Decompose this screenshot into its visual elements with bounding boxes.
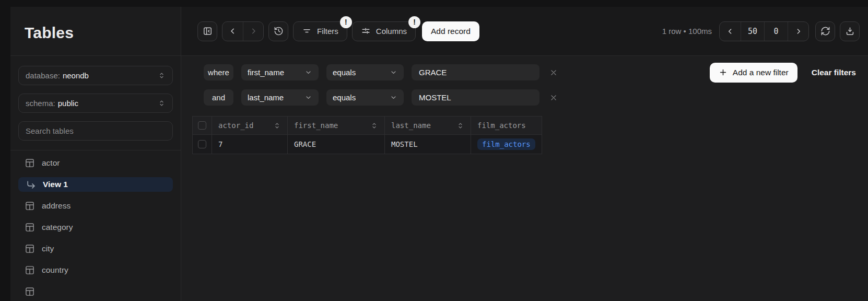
filter-value-input[interactable] bbox=[419, 93, 532, 102]
schema-select-value: public bbox=[58, 99, 78, 108]
toolbar: Filters ! Columns ! Add record 1 row • 1… bbox=[181, 7, 868, 56]
result-status: 1 row • 100ms bbox=[662, 27, 712, 36]
prev-page-button[interactable] bbox=[720, 22, 741, 41]
chevrons-up-down-icon bbox=[158, 99, 166, 107]
refresh-icon bbox=[820, 26, 830, 36]
data-grid: actor_id first_name last_n bbox=[192, 116, 542, 154]
forward-button[interactable] bbox=[243, 22, 263, 41]
filters-active-badge: ! bbox=[340, 16, 352, 28]
filters-block: where first_name equals bbox=[181, 56, 868, 116]
column-header-film-actors[interactable]: film_actors bbox=[471, 116, 542, 135]
row-checkbox[interactable] bbox=[198, 140, 206, 148]
collapse-sidebar-button[interactable] bbox=[197, 21, 217, 41]
filter-operator-value: equals bbox=[333, 93, 356, 102]
database-select-label: database: bbox=[26, 71, 60, 80]
filter-conjunction: where bbox=[204, 64, 233, 80]
search-tables-input[interactable] bbox=[26, 126, 166, 135]
select-all-checkbox[interactable] bbox=[198, 121, 206, 130]
filter-column-value: first_name bbox=[248, 68, 284, 77]
main-panel: Filters ! Columns ! Add record 1 row • 1… bbox=[181, 7, 868, 301]
refresh-button[interactable] bbox=[815, 21, 835, 41]
sidebar-item-country[interactable]: country bbox=[18, 263, 173, 277]
column-header-last-name[interactable]: last_name bbox=[385, 116, 471, 135]
filter-value-field bbox=[412, 89, 539, 106]
filter-conjunction: and bbox=[204, 89, 233, 106]
sidebar-item-label: category bbox=[42, 223, 73, 232]
row-select-cell bbox=[192, 135, 212, 154]
column-header-first-name[interactable]: first_name bbox=[288, 116, 385, 135]
filter-row-1: where first_name equals bbox=[204, 64, 856, 80]
query-history-button[interactable] bbox=[268, 21, 288, 41]
chevron-left-icon bbox=[228, 27, 237, 36]
table-row: 7 GRACE MOSTEL film_actors bbox=[192, 135, 542, 154]
filters-button[interactable]: Filters ! bbox=[293, 21, 347, 41]
page-title: Tables bbox=[10, 7, 181, 56]
filter-value-field bbox=[412, 64, 539, 80]
chevron-right-icon bbox=[249, 27, 258, 36]
table-icon bbox=[25, 222, 35, 233]
column-header-label: last_name bbox=[391, 121, 431, 130]
chevron-right-icon bbox=[794, 27, 803, 36]
page-offset-value[interactable]: 0 bbox=[764, 22, 788, 41]
sidebar-item-partial[interactable] bbox=[18, 284, 173, 299]
clear-filters-button[interactable]: Clear filters bbox=[812, 68, 856, 77]
column-header-actor-id[interactable]: actor_id bbox=[212, 116, 288, 135]
app-screen: Tables database: neondb schema: public bbox=[0, 0, 868, 301]
toolbar-right: 1 row • 100ms 50 0 bbox=[662, 21, 860, 41]
sidebar-item-address[interactable]: address bbox=[18, 199, 173, 213]
sort-icon[interactable] bbox=[456, 122, 464, 130]
sort-icon[interactable] bbox=[273, 122, 281, 130]
cell-last-name: MOSTEL bbox=[385, 135, 471, 154]
filter-column-select[interactable]: first_name bbox=[241, 64, 319, 80]
filter-column-select[interactable]: last_name bbox=[241, 89, 319, 106]
add-record-button[interactable]: Add record bbox=[422, 21, 479, 41]
sidebar-controls: database: neondb schema: public bbox=[10, 56, 181, 150]
cell-first-name: GRACE bbox=[288, 135, 385, 154]
sort-icon[interactable] bbox=[370, 122, 378, 130]
filter-value-input[interactable] bbox=[419, 68, 532, 77]
cell-actor-id: 7 bbox=[212, 135, 288, 154]
search-tables-field[interactable] bbox=[18, 121, 173, 141]
filter-column-value: last_name bbox=[248, 93, 284, 102]
sidebar-item-city[interactable]: city bbox=[18, 241, 173, 256]
schema-select-label: schema: bbox=[26, 99, 55, 108]
film-actors-link[interactable]: film_actors bbox=[477, 138, 535, 150]
cell-film-actors: film_actors bbox=[471, 135, 542, 154]
download-button[interactable] bbox=[840, 21, 860, 41]
remove-filter-button[interactable] bbox=[547, 91, 560, 104]
table-icon bbox=[25, 201, 35, 211]
columns-button[interactable]: Columns ! bbox=[352, 21, 416, 41]
filter-operator-value: equals bbox=[333, 68, 356, 77]
history-nav-group bbox=[222, 21, 264, 41]
grid-header-row: actor_id first_name last_n bbox=[192, 116, 542, 135]
table-icon bbox=[25, 286, 35, 297]
plus-icon bbox=[719, 68, 728, 77]
filter-operator-select[interactable]: equals bbox=[326, 64, 404, 80]
sliders-icon bbox=[361, 26, 371, 36]
sidebar-item-category[interactable]: category bbox=[18, 220, 173, 235]
corner-down-right-icon bbox=[26, 180, 36, 190]
table-icon bbox=[25, 265, 35, 275]
filter-operator-select[interactable]: equals bbox=[326, 89, 404, 106]
sidebar-item-view-1[interactable]: View 1 bbox=[18, 177, 173, 192]
pagination-control: 50 0 bbox=[719, 21, 809, 41]
database-select-value: neondb bbox=[63, 71, 89, 80]
content-area: where first_name equals bbox=[181, 56, 868, 301]
page-size-value[interactable]: 50 bbox=[741, 22, 764, 41]
add-filter-label: Add a new filter bbox=[733, 68, 789, 77]
sidebar-item-label: View 1 bbox=[43, 180, 68, 189]
sidebar-item-actor[interactable]: actor bbox=[18, 156, 173, 170]
database-select[interactable]: database: neondb bbox=[18, 66, 173, 85]
table-list: actor View 1 address category city bbox=[10, 150, 181, 301]
schema-select[interactable]: schema: public bbox=[18, 94, 173, 113]
column-header-label: first_name bbox=[294, 121, 338, 130]
remove-filter-button[interactable] bbox=[547, 66, 560, 79]
next-page-button[interactable] bbox=[788, 22, 808, 41]
columns-active-badge: ! bbox=[408, 16, 420, 28]
add-filter-button[interactable]: Add a new filter bbox=[710, 63, 797, 83]
chevron-left-icon bbox=[726, 27, 734, 36]
sidebar: Tables database: neondb schema: public bbox=[10, 7, 181, 301]
column-header-label: film_actors bbox=[477, 121, 526, 130]
back-button[interactable] bbox=[222, 22, 243, 41]
chevron-down-icon bbox=[390, 68, 397, 76]
